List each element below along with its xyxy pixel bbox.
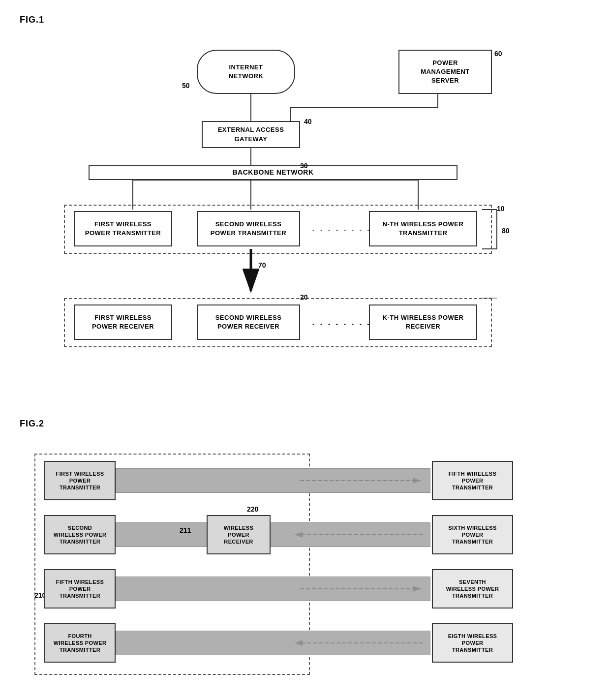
fig1-diagram: INTERNETNETWORK 50 POWERMANAGEMENTSERVER… <box>34 35 576 389</box>
ref-70: 70 <box>258 261 266 269</box>
gateway-box: EXTERNAL ACCESSGATEWAY <box>202 121 300 148</box>
fig2-fifth-tx: FIFTH WIRELESSPOWERTRANSMITTER <box>44 569 116 609</box>
fig2-sixth-tx-right: SIXTH WIRELESSPOWERTRANSMITTER <box>432 515 513 554</box>
first-rx-box: FIRST WIRELESSPOWER RECEIVER <box>74 304 172 340</box>
channel-row-1 <box>116 468 430 493</box>
fig1-section: FIG.1 <box>20 15 590 389</box>
ref-220: 220 <box>247 505 258 513</box>
ref-40: 40 <box>304 118 312 125</box>
first-tx-box: FIRST WIRELESSPOWER TRANSMITTER <box>74 211 172 246</box>
channel-row-3 <box>116 577 430 601</box>
internet-network-box: INTERNETNETWORK <box>197 50 295 94</box>
power-management-server-box: POWERMANAGEMENTSERVER <box>398 50 492 94</box>
channel-row-4 <box>116 631 430 655</box>
dots-2: - - - - - - - - <box>312 320 371 328</box>
channel-row-2 <box>116 522 430 547</box>
ref-50: 50 <box>182 82 190 90</box>
ref-30: 30 <box>300 162 308 170</box>
fig2-fourth-tx: FOURTHWIRELESS POWERTRANSMITTER <box>44 623 116 663</box>
ref-60: 60 <box>494 50 502 58</box>
dots-1: - - - - - - - - <box>312 227 371 234</box>
second-rx-box: SECOND WIRELESSPOWER RECEIVER <box>197 304 300 340</box>
ref-80: 80 <box>502 227 510 235</box>
fig2-fifth-tx-right: FIFTH WIRELESSPOWERTRANSMITTER <box>432 461 513 500</box>
fig2-eighth-tx-right: EIGTH WIRELESSPOWERTRANSMITTER <box>432 623 513 663</box>
wireless-power-receiver-box: WIRELESSPOWERRECEIVER <box>207 515 271 554</box>
kth-rx-box: K-TH WIRELESS POWERRECEIVER <box>369 304 477 340</box>
fig2-second-tx: SECONDWIRELESS POWERTRANSMITTER <box>44 515 116 554</box>
nth-tx-box: N-TH WIRELESS POWERTRANSMITTER <box>369 211 477 246</box>
second-tx-box: SECOND WIRELESSPOWER TRANSMITTER <box>197 211 300 246</box>
ref-20: 20 <box>300 293 308 301</box>
ref-211: 211 <box>180 526 191 534</box>
fig2-seventh-tx-right: SEVENTHWIRELESS POWERTRANSMITTER <box>432 569 513 609</box>
ref-10: 10 <box>497 205 505 213</box>
fig2-first-tx: FIRST WIRELESSPOWERTRANSMITTER <box>44 461 116 500</box>
fig2-label: FIG.2 <box>20 419 590 429</box>
fig1-label: FIG.1 <box>20 15 590 25</box>
backbone-box: BACKBONE NETWORK <box>89 165 458 180</box>
fig2-section: FIG.2 210 FIRST WIRELESSPOWERTRANSMITTER… <box>20 419 590 685</box>
